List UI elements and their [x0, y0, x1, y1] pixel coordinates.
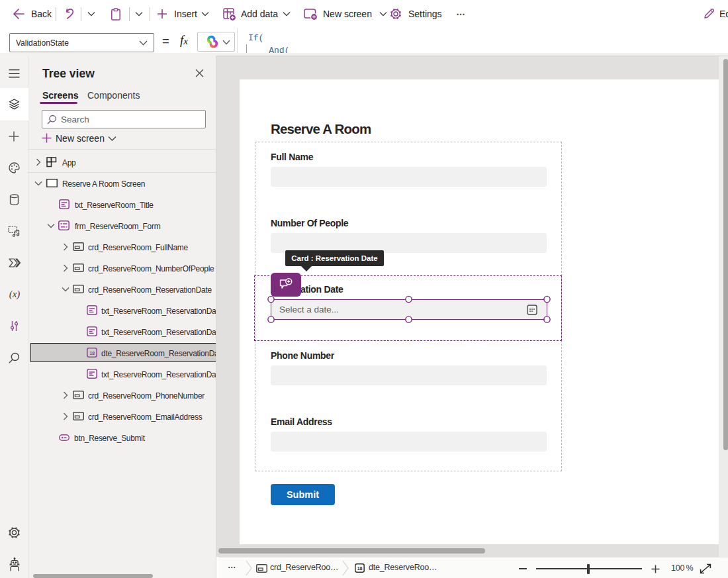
svg-text:18: 18 [357, 566, 363, 571]
svg-text:18: 18 [89, 350, 95, 356]
